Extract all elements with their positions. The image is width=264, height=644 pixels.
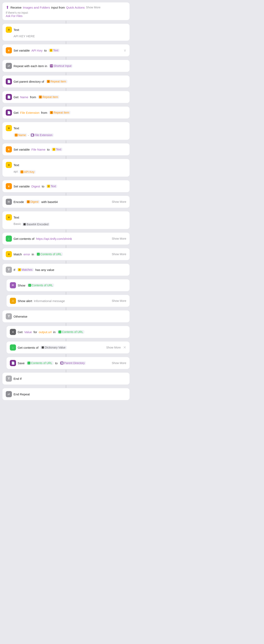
- repeat-item-token-3[interactable]: x Repeat Item: [49, 111, 70, 114]
- get-contents-show-more-1[interactable]: Show More: [112, 237, 126, 240]
- api-prefix: api:: [14, 170, 19, 173]
- text-content-4: Basic ⬛ Base64 Encoded: [6, 222, 126, 226]
- get-ext-from: from: [41, 111, 47, 114]
- show-alert-show-more[interactable]: Show More: [112, 299, 126, 302]
- text-card-4: ≡ Text Basic ⬛ Base64 Encoded: [3, 212, 129, 229]
- matches-token[interactable]: ≡ Matches: [17, 268, 34, 272]
- receive-input-type[interactable]: Images and Folders: [23, 6, 50, 9]
- contents-url-token-2[interactable]: ↓ Contents of URL: [27, 284, 54, 287]
- get-contents-show-more-2[interactable]: Show More: [106, 346, 121, 349]
- text-icon-3: ≡: [6, 162, 12, 168]
- set-var-value-token-3[interactable]: ≡ Text: [46, 184, 57, 188]
- match-in-label: in: [32, 252, 34, 256]
- set-var-to-3: to: [42, 184, 45, 188]
- connector-11: [3, 192, 129, 196]
- set-var-value-token-1[interactable]: ≡ Text: [48, 48, 60, 52]
- connector-17: [3, 292, 129, 295]
- text-label-1: Text: [14, 28, 19, 32]
- match-show-more[interactable]: Show More: [112, 252, 126, 256]
- base64-token[interactable]: ⬛ Base64 Encoded: [22, 222, 50, 226]
- connector-16: [3, 276, 129, 279]
- match-label: Match: [14, 252, 22, 256]
- connector-8: [3, 140, 129, 144]
- encode-show-more[interactable]: Show More: [112, 200, 126, 204]
- get-parent-label: Get parent directory of: [14, 80, 44, 83]
- set-var-name-3[interactable]: Digest: [31, 184, 40, 188]
- text-label-4: Text: [14, 216, 19, 219]
- get-contents-x-button[interactable]: ✕: [123, 345, 126, 350]
- set-var-label-2: Set variable: [14, 148, 30, 151]
- contents-url-token-3[interactable]: ↓ Contents of URL: [57, 330, 84, 334]
- receive-source[interactable]: Quick Actions: [66, 6, 85, 9]
- show-card: 👁 Show ↓ Contents of URL: [7, 279, 129, 291]
- token-icon-green-3: ↓: [58, 330, 61, 333]
- text-card-3: ≡ Text api: x API Key: [3, 159, 129, 176]
- set-var-icon-1: x: [6, 47, 12, 54]
- text-card-1: ≡ Text API KEY HERE: [3, 24, 129, 41]
- otherwise-icon: Y: [6, 313, 12, 320]
- otherwise-label: Otherwise: [14, 315, 28, 318]
- digest-token[interactable]: x Digest: [26, 200, 40, 204]
- get-contents-url-1[interactable]: https://api.tinify.com/shrink: [36, 237, 72, 240]
- no-input-label: If there's no input:: [6, 11, 29, 14]
- token-icon-purple-1: ⌨: [50, 64, 53, 67]
- contents-url-token-4[interactable]: ↓ Contents of URL: [26, 361, 54, 365]
- receive-show-more[interactable]: Show More: [86, 6, 100, 9]
- token-icon-yellow-2: ≡: [52, 148, 55, 151]
- set-var-filename-card: x Set variable File Name to ≡ Text: [3, 144, 129, 155]
- repeat-item-token-1[interactable]: x Repeat Item: [46, 80, 67, 83]
- set-var-value-token-2[interactable]: ≡ Text: [51, 148, 63, 151]
- get-name-card: 📄 Get Name from x Repeat Item: [3, 91, 129, 103]
- set-var-label-3: Set variable: [14, 184, 30, 188]
- get-value-card: ≡ Get Value for output.url in ↓ Contents…: [7, 326, 129, 338]
- shortcut-input-token[interactable]: ⌨ Shortcut Input: [49, 64, 73, 68]
- ask-for-link[interactable]: Ask For: [6, 14, 16, 18]
- repeat-card: ⇄ Repeat with each item in ⌨ Shortcut In…: [3, 60, 129, 72]
- set-var-to-2: to: [47, 148, 50, 151]
- get-ext-property[interactable]: File Extension: [20, 111, 39, 114]
- get-value-for: for: [33, 330, 37, 334]
- dot-separator: .: [28, 133, 30, 136]
- connector-15: [3, 260, 129, 264]
- name-token[interactable]: x Name: [14, 133, 27, 137]
- token-icon-purple-3: 📄: [60, 362, 63, 364]
- get-name-icon: 📄: [6, 94, 12, 100]
- end-if-label: End If: [14, 377, 22, 380]
- connector-20: [3, 338, 129, 342]
- connector-2: [3, 41, 129, 44]
- get-ext-card: 📄 Get File Extension from x Repeat Item: [3, 106, 129, 118]
- get-value-property[interactable]: Value: [24, 330, 32, 334]
- token-icon-orange-2: x: [39, 96, 42, 98]
- indented-get-value: ≡ Get Value for output.url in ↓ Contents…: [7, 326, 129, 338]
- connector-22: [3, 369, 129, 373]
- receive-from-label: input from: [51, 6, 65, 9]
- dict-value-token[interactable]: ⬛ Dictionary Value: [40, 346, 67, 349]
- save-show-more[interactable]: Show More: [112, 362, 126, 365]
- parent-dir-token[interactable]: 📄 Parent Directory: [59, 361, 86, 365]
- get-ext-label: Get: [14, 111, 19, 114]
- if-icon: Y: [6, 267, 12, 273]
- get-name-property[interactable]: Name: [20, 95, 28, 99]
- save-to-label: to: [55, 362, 58, 365]
- get-name-label: Get: [14, 95, 19, 99]
- if-card: Y If ≡ Matches has any value: [3, 264, 129, 276]
- set-var-label-1: Set variable: [14, 49, 30, 52]
- set-var-name-1[interactable]: API Key: [31, 49, 42, 52]
- connector-12: [3, 208, 129, 212]
- set-var-name-2[interactable]: File Name: [31, 148, 45, 151]
- chevron-icon-1[interactable]: ∨: [123, 48, 126, 52]
- repeat-item-token-2[interactable]: x Repeat Item: [38, 95, 59, 99]
- encode-card: ✉ Encode x Digest with base64 Show More: [3, 196, 129, 208]
- file-ext-token[interactable]: 📄 File Extension: [30, 133, 54, 137]
- connector-13: [3, 230, 129, 233]
- files-link[interactable]: Files: [16, 14, 23, 18]
- match-pattern[interactable]: error: [24, 252, 30, 256]
- connector-3: [3, 57, 129, 60]
- text-label-2: Text: [14, 126, 19, 130]
- token-icon-orange-5: x: [21, 170, 23, 173]
- api-key-token[interactable]: x API Key: [19, 170, 36, 174]
- contents-url-token-1[interactable]: ↓ Contents of URL: [36, 252, 63, 256]
- get-value-key[interactable]: output.url: [39, 330, 52, 334]
- show-alert-label: Show alert: [18, 299, 32, 303]
- connector-14: [3, 245, 129, 248]
